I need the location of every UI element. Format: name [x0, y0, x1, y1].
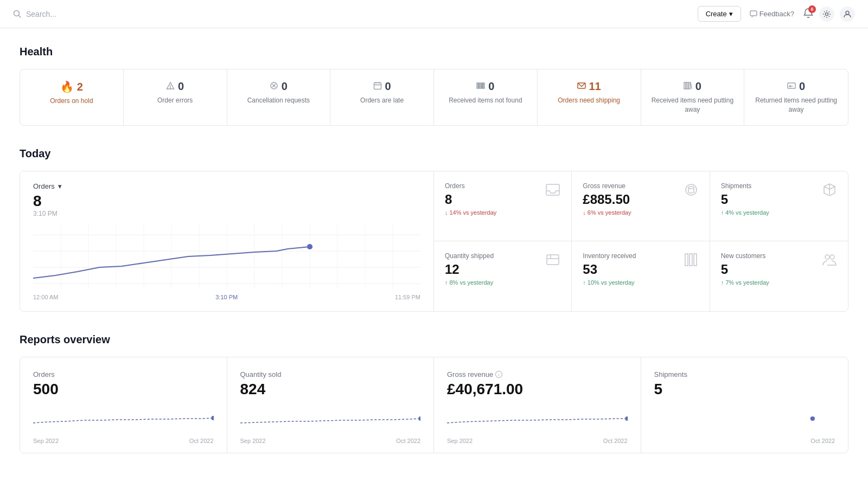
svg-point-44: [307, 244, 312, 249]
arrow-up-icon: ↑: [721, 209, 724, 216]
svg-rect-51: [690, 254, 692, 266]
svg-rect-22: [686, 82, 688, 89]
svg-rect-17: [482, 83, 482, 88]
reports-grid: Orders 500 Sep 2022 Oct 2022 Quantity so…: [20, 357, 848, 453]
nav-right: Create ▾ Feedback? 6: [698, 6, 855, 22]
svg-rect-48: [547, 255, 559, 265]
chart-big-number: 8: [33, 192, 420, 210]
arrow-down-icon: ↓: [583, 209, 586, 216]
health-card-value: 0: [695, 80, 701, 93]
today-section: Today Orders ▾ 8 3:10 PM: [20, 147, 848, 312]
health-card-received-putting-away[interactable]: 0 Received items need putting away: [641, 69, 745, 125]
report-label: Shipments: [654, 370, 835, 378]
stat-value: £885.50: [583, 192, 631, 207]
svg-point-54: [830, 255, 834, 259]
chart-time: 3:10 PM: [33, 210, 420, 217]
stat-label: Orders: [445, 182, 496, 190]
email-icon: [577, 80, 586, 93]
report-x-labels: Sep 2022 Oct 2022: [447, 438, 628, 444]
health-card-label: Returned items need putting away: [753, 96, 839, 114]
svg-rect-52: [694, 254, 697, 266]
calendar-icon: [373, 80, 382, 93]
stat-card-gross-revenue[interactable]: Gross revenue £885.50 ↓ 6% vs yesterday: [572, 171, 710, 241]
box-icon: [822, 182, 837, 201]
reports-title: Reports overview: [20, 333, 848, 346]
report-x-labels: Sep 2022 Oct 2022: [240, 438, 421, 444]
notifications-bell[interactable]: 6: [803, 8, 814, 20]
info-icon: i: [495, 371, 502, 378]
svg-text:i: i: [499, 373, 500, 377]
create-button[interactable]: Create ▾: [698, 6, 741, 22]
health-card-orders-late[interactable]: 0 Orders are late: [330, 69, 434, 125]
stat-label: Gross revenue: [583, 182, 631, 190]
health-title: Health: [20, 46, 848, 58]
report-card-gross-revenue[interactable]: Gross revenue i £40,671.00 Sep 2022 Oct …: [434, 357, 641, 453]
svg-point-4: [846, 11, 849, 14]
gross-revenue-report-chart: [447, 407, 628, 434]
today-grid: Orders ▾ 8 3:10 PM: [20, 171, 848, 312]
nav-icons: 6: [803, 7, 855, 22]
feedback-link[interactable]: Feedback?: [750, 10, 794, 18]
search-icon: [13, 10, 22, 18]
stat-card-new-customers[interactable]: New customers 5 ↑ 7% vs yesterday: [710, 241, 848, 311]
svg-rect-2: [750, 11, 757, 16]
shelves-icon: [684, 252, 699, 271]
health-card-received-not-found[interactable]: 0 Received items not found: [434, 69, 538, 125]
report-value: 500: [33, 381, 214, 398]
health-card-returned-putting-away[interactable]: 0 Returned items need putting away: [744, 69, 848, 125]
report-card-qty-sold[interactable]: Quantity sold 824 Sep 2022 Oct 2022: [227, 357, 435, 453]
svg-point-56: [418, 416, 420, 421]
stat-card-inventory[interactable]: Inventory received 53 ↑ 10% vs yesterday: [572, 241, 710, 311]
health-card-orders-need-shipping[interactable]: 11 Orders need shipping: [538, 69, 641, 125]
stat-value: 5: [721, 192, 769, 207]
svg-point-3: [826, 12, 828, 15]
person-icon: [843, 10, 852, 18]
svg-point-59: [625, 416, 627, 421]
report-x-labels: Sep 2022 Oct 2022: [33, 438, 214, 444]
report-value: £40,671.00: [447, 381, 628, 398]
chart-dropdown[interactable]: Orders ▾: [33, 182, 420, 190]
stat-change: ↑ 7% vs yesterday: [721, 279, 769, 286]
arrow-up-icon: ↑: [721, 279, 724, 286]
svg-point-55: [211, 416, 213, 420]
health-card-label: Received items not found: [449, 96, 522, 105]
stat-label: Inventory received: [583, 252, 636, 260]
report-card-shipments[interactable]: Shipments 5 Oct 2022: [641, 357, 848, 453]
report-card-orders[interactable]: Orders 500 Sep 2022 Oct 2022: [20, 357, 227, 453]
health-card-label: Received items need putting away: [650, 96, 736, 114]
svg-rect-45: [546, 184, 559, 195]
stat-value: 53: [583, 262, 636, 277]
stat-card-qty-shipped[interactable]: Quantity shipped 12 ↑ 8% vs yesterday: [434, 241, 572, 311]
stat-card-shipments[interactable]: Shipments 5 ↑ 4% vs yesterday: [710, 171, 848, 241]
stat-change: ↓ 14% vs yesterday: [445, 209, 496, 216]
search-area[interactable]: Search...: [13, 10, 56, 18]
arrow-up-icon: ↑: [445, 279, 448, 286]
top-nav: Search... Create ▾ Feedback? 6: [0, 0, 868, 28]
stat-label: Quantity shipped: [445, 252, 494, 260]
main-content: Health 🔥 2 Orders on hold 0 Order errors: [0, 28, 868, 471]
svg-rect-14: [477, 83, 478, 88]
arrow-down-icon: ↓: [445, 209, 448, 216]
notification-badge: 6: [808, 5, 816, 13]
health-card-value: 0: [385, 80, 391, 93]
health-card-orders-on-hold[interactable]: 🔥 2 Orders on hold: [20, 69, 124, 125]
reports-section: Reports overview Orders 500 Sep 2022 Oct…: [20, 333, 848, 453]
report-label: Quantity sold: [240, 370, 421, 378]
settings-icon-button[interactable]: [819, 7, 834, 22]
user-avatar[interactable]: [840, 7, 855, 22]
chevron-icon: ▾: [58, 182, 62, 190]
stat-value: 12: [445, 262, 494, 277]
report-value: 824: [240, 381, 421, 398]
chart-panel: Orders ▾ 8 3:10 PM: [20, 171, 434, 311]
report-x-labels: Oct 2022: [654, 438, 835, 444]
svg-line-24: [691, 82, 692, 89]
health-card-cancellations[interactable]: 0 Cancellation requests: [227, 69, 331, 125]
svg-point-46: [686, 184, 697, 195]
stat-label: New customers: [721, 252, 769, 260]
health-grid: 🔥 2 Orders on hold 0 Order errors: [20, 69, 848, 126]
stat-card-orders[interactable]: Orders 8 ↓ 14% vs yesterday: [434, 171, 572, 241]
today-title: Today: [20, 147, 848, 160]
health-card-order-errors[interactable]: 0 Order errors: [124, 69, 227, 125]
health-card-value: 0: [282, 80, 288, 93]
svg-point-53: [825, 255, 829, 259]
